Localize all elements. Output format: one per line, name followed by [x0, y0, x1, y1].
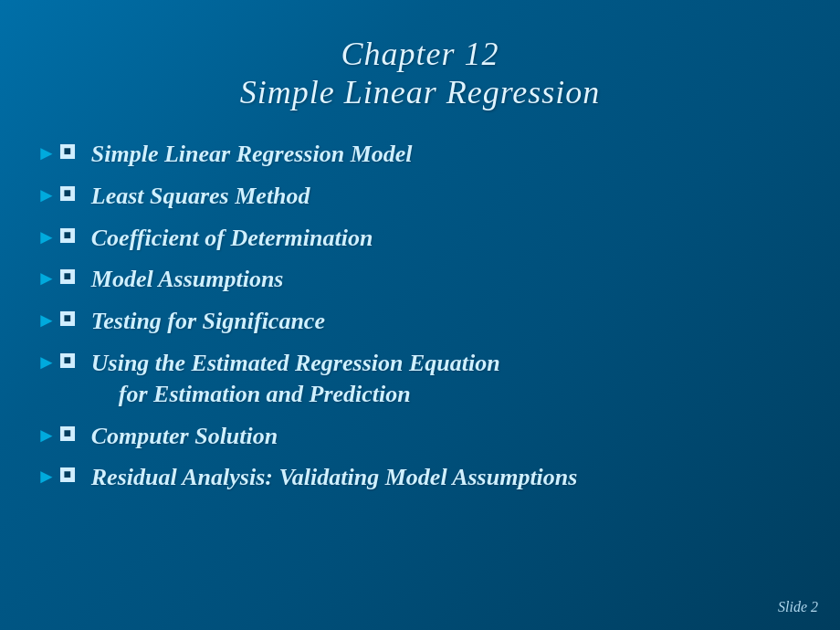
arrow-icon: ► [37, 351, 57, 374]
list-item: ► ■ Coefficient of Determination [37, 223, 813, 254]
icons-group: ► ■ [37, 350, 86, 374]
square-icon: ■ [60, 467, 75, 482]
square-icon: ■ [60, 311, 75, 326]
arrow-icon: ► [37, 184, 57, 207]
item-text: Testing for Significance [91, 306, 325, 337]
arrow-icon: ► [37, 267, 57, 290]
square-icon: ■ [60, 426, 75, 441]
list-item: ► ■ Computer Solution [37, 421, 813, 452]
title-section: Chapter 12 Simple Linear Regression [27, 18, 813, 131]
slide-number: Slide 2 [778, 599, 818, 615]
list-item: ► ■ Testing for Significance [37, 306, 813, 337]
square-icon: ■ [60, 353, 75, 368]
list-item: ► ■ Using the Estimated Regression Equat… [37, 348, 813, 410]
content-list: ► ■ Simple Linear Regression Model ► ■ L… [27, 131, 813, 612]
list-item: ► ■ Model Assumptions [37, 264, 813, 295]
item-text: Residual Analysis: Validating Model Assu… [91, 462, 578, 493]
item-text: Simple Linear Regression Model [91, 139, 413, 170]
square-icon: ■ [60, 269, 75, 284]
icons-group: ► ■ [37, 225, 86, 249]
icons-group: ► ■ [37, 266, 86, 290]
arrow-icon: ► [37, 424, 57, 447]
item-text: Model Assumptions [91, 264, 284, 295]
arrow-icon: ► [37, 142, 57, 165]
icons-group: ► ■ [37, 308, 86, 332]
square-icon: ■ [60, 228, 75, 243]
item-text-block: Using the Estimated Regression Equation … [91, 348, 500, 410]
icons-group: ► ■ [37, 423, 86, 447]
icons-group: ► ■ [37, 183, 86, 207]
icons-group: ► ■ [37, 141, 86, 165]
item-text-main: Using the Estimated Regression Equation [91, 348, 500, 379]
list-item: ► ■ Residual Analysis: Validating Model … [37, 462, 813, 493]
arrow-icon: ► [37, 465, 57, 488]
slide: Chapter 12 Simple Linear Regression ► ■ … [0, 0, 840, 630]
icons-group: ► ■ [37, 464, 86, 488]
arrow-icon: ► [37, 309, 57, 332]
item-text: Computer Solution [91, 421, 278, 452]
item-text-sub: for Estimation and Prediction [91, 379, 500, 410]
item-text: Least Squares Method [91, 181, 310, 212]
title-line2: Simple Linear Regression [27, 73, 813, 111]
list-item: ► ■ Simple Linear Regression Model [37, 139, 813, 170]
item-text: Coefficient of Determination [91, 223, 373, 254]
square-icon: ■ [60, 186, 75, 201]
title-line1: Chapter 12 [27, 35, 813, 73]
square-icon: ■ [60, 144, 75, 159]
arrow-icon: ► [37, 226, 57, 249]
list-item: ► ■ Least Squares Method [37, 181, 813, 212]
